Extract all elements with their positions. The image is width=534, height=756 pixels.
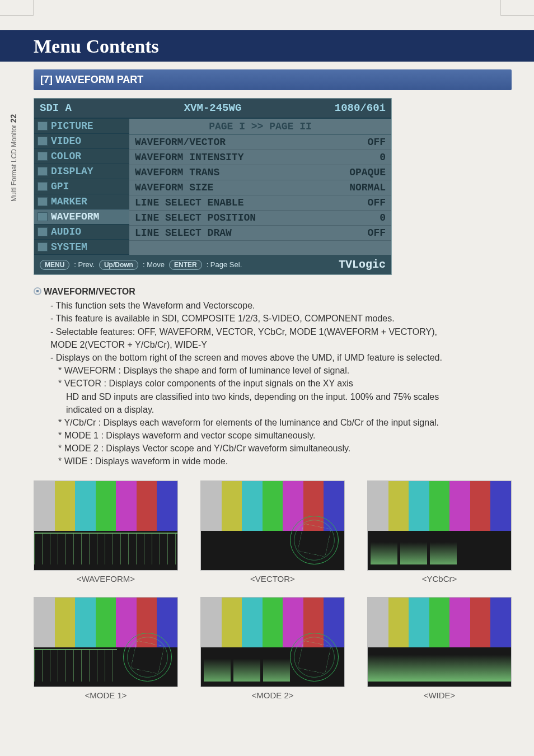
osd-nav-label: AUDIO [51,226,81,237]
section-title: [7] WAVEFORM PART [34,69,512,90]
osd-setting-value: OFF [324,227,386,239]
thumbnail: <WAVEFORM> [34,480,178,584]
desc-subline: * MODE 2 : Displays Vector scope and Y/C… [34,442,512,455]
osd-setting-value: OFF [324,197,386,208]
page-corner-right [500,0,534,16]
thumbnail-image [200,597,345,687]
page-title: Menu Contents [34,36,522,57]
osd-nav-label: COLOR [51,151,81,162]
thumbnail-grid: <WAVEFORM><VECTOR><YCbCr><MODE 1><MODE 2… [34,480,512,701]
desc-subline: * Y/Cb/Cr : Displays each waveform for e… [34,416,512,429]
osd-nav-item-gpi[interactable]: GPI [34,179,129,194]
side-tab-page: 22 [9,114,18,123]
thumbnail: <YCbCr> [367,480,512,584]
osd-titlebar: SDI A XVM-245WG 1080/60i [34,99,391,119]
page-corner-left [0,0,34,16]
osd-setting-row[interactable]: LINE SELECT ENABLEOFF [129,195,391,211]
thumbnail-caption: <YCbCr> [367,574,512,584]
osd-setting-row[interactable]: WAVEFORM SIZENORMAL [129,180,391,195]
osd-setting-row[interactable]: WAVEFORM INTENSITY0 [129,150,391,165]
osd-setting-label: WAVEFORM TRANS [135,167,324,178]
desc-line: - Displays on the bottom right of the sc… [34,351,512,364]
osd-setting-value: OFF [324,137,386,148]
system-icon [38,242,48,251]
video-icon [38,137,48,146]
osd-nav-item-color[interactable]: COLOR [34,149,129,164]
osd-setting-value: OPAQUE [324,167,386,178]
osd-input-label: SDI A [40,102,155,114]
osd-nav-label: VIDEO [51,136,81,147]
marker-icon [38,197,48,206]
osd-model-label: XVM-245WG [155,102,270,114]
osd-key-text: : Move [143,260,165,269]
desc-line: - Selectable features: OFF, WAVEFORM, VE… [34,325,512,338]
desc-subline: HD and SD inputs are classified into two… [34,390,512,403]
thumbnail: <WIDE> [367,597,512,700]
desc-subline: * WIDE : Displays waveform in wide mode. [34,455,512,468]
desc-subline: indicated on a display. [34,403,512,416]
thumbnail: <MODE 2> [200,597,345,700]
osd-nav-item-picture[interactable]: PICTURE [34,119,129,134]
osd-page-indicator: PAGE I >> PAGE II [129,119,391,135]
osd-nav-item-waveform[interactable]: WAVEFORM [34,209,129,225]
picture-icon [38,122,48,130]
osd-nav-list: PICTUREVIDEOCOLORDISPLAYGPIMARKERWAVEFOR… [34,119,129,255]
thumbnail-image [367,480,512,571]
thumbnail-caption: <VECTOR> [200,574,345,584]
osd-setting-row[interactable]: LINE SELECT POSITION0 [129,211,391,226]
osd-footer: MENU : Prev.Up/Down : MoveENTER : Page S… [34,255,391,274]
osd-setting-label: LINE SELECT DRAW [135,227,324,239]
osd-nav-label: WAVEFORM [51,211,99,222]
osd-nav-label: SYSTEM [51,241,87,253]
osd-keycap: MENU [40,260,69,270]
osd-setting-value: 0 [324,152,386,163]
desc-heading: WAVEFORM/VECTOR [34,285,512,298]
osd-setting-row[interactable]: WAVEFORM/VECTOROFF [129,135,391,150]
thumbnail-image [200,480,345,571]
desc-subline: * MODE 1 : Displays waveform and vector … [34,429,512,442]
osd-nav-label: GPI [51,181,69,192]
osd-keycap: Up/Down [99,260,138,270]
desc-subline: * VECTOR : Displays color components of … [34,377,512,390]
thumbnail-caption: <MODE 1> [34,690,178,700]
display-icon [38,167,48,176]
osd-setting-value: 0 [324,212,386,223]
osd-key-text: : Prev. [74,260,95,269]
osd-setting-label: WAVEFORM/VECTOR [135,137,324,148]
waveform-icon [38,212,48,221]
osd-nav-item-audio[interactable]: AUDIO [34,225,129,240]
osd-setting-label: WAVEFORM INTENSITY [135,152,324,163]
desc-line: - This feature is available in SDI, COMP… [34,312,512,325]
osd-nav-item-marker[interactable]: MARKER [34,194,129,209]
thumbnail-caption: <MODE 2> [200,690,345,700]
osd-key-hints: MENU : Prev.Up/Down : MoveENTER : Page S… [40,260,242,270]
thumbnail-image [34,597,178,687]
side-tab-prefix: Multi Format LCD Monitor [10,123,18,202]
osd-setting-value: NORMAL [324,182,386,193]
desc-line: MODE 2(VECTOR + Y/Cb/Cr), WIDE-Y [34,338,512,351]
thumbnail-image [367,597,512,687]
desc-subline: * WAVEFORM : Displays the shape and form… [34,364,512,377]
osd-nav-label: DISPLAY [51,166,93,177]
side-page-tab: Multi Format LCD Monitor 22 [9,114,18,202]
osd-setting-label: LINE SELECT POSITION [135,212,324,223]
osd-setting-row[interactable]: LINE SELECT DRAWOFF [129,226,391,241]
gpi-icon [38,182,48,191]
osd-nav-label: MARKER [51,196,87,207]
thumbnail: <MODE 1> [34,597,178,700]
osd-nav-label: PICTURE [51,120,93,132]
osd-nav-item-video[interactable]: VIDEO [34,134,129,149]
osd-nav-item-display[interactable]: DISPLAY [34,164,129,179]
osd-setting-row[interactable]: WAVEFORM TRANSOPAQUE [129,165,391,180]
osd-keycap: ENTER [169,260,202,270]
desc-line: - This function sets the Waveform and Ve… [34,299,512,312]
audio-icon [38,227,48,236]
osd-brand: TVLogic [339,258,386,271]
thumbnail-image [34,480,178,571]
osd-nav-item-system[interactable]: SYSTEM [34,240,129,255]
thumbnail-caption: <WIDE> [367,690,512,700]
description-block: WAVEFORM/VECTOR - This function sets the… [34,285,512,468]
osd-setting-label: LINE SELECT ENABLE [135,197,324,208]
color-icon [38,152,48,161]
osd-key-text: : Page Sel. [207,260,242,269]
